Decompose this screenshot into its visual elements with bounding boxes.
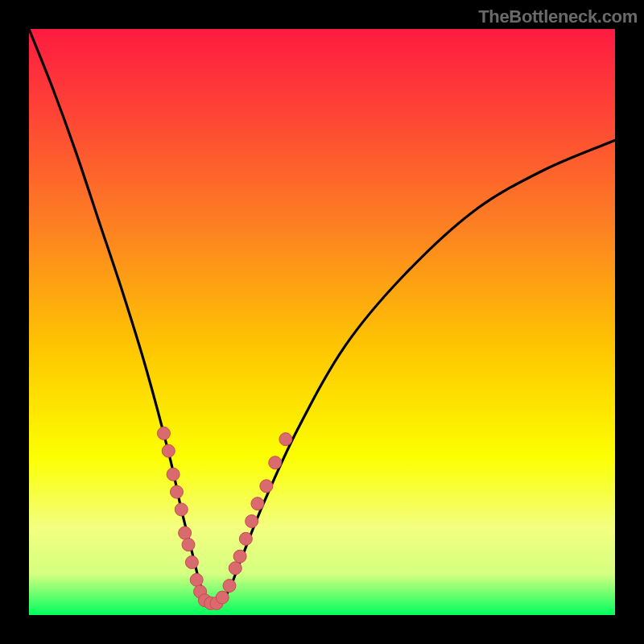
chart-stage: { "watermark": "TheBottleneck.com", "col… [0,0,644,644]
data-marker [279,433,292,446]
data-marker [179,526,192,539]
chart-overlay [29,29,615,615]
data-marker [175,503,188,516]
watermark-text: TheBottleneck.com [478,6,638,27]
data-markers [157,427,291,609]
data-marker [251,497,264,510]
data-marker [157,427,170,440]
data-marker [162,444,175,457]
data-marker [239,532,252,545]
data-marker [246,515,258,528]
data-marker [167,468,180,481]
data-marker [190,573,203,586]
data-marker [229,562,242,575]
bottleneck-curve [29,29,615,605]
data-marker [182,539,195,551]
data-marker [269,456,282,469]
data-marker [185,555,198,568]
data-marker [216,591,229,604]
data-marker [233,550,246,563]
data-marker [170,485,183,498]
data-marker [260,480,273,493]
data-marker [223,580,236,592]
